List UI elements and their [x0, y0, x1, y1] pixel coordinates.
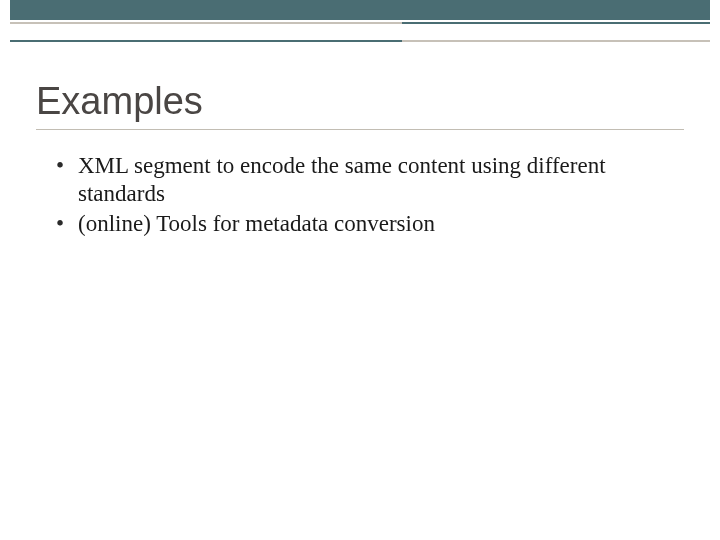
header-rule-upper [10, 22, 710, 28]
slide-body: XML segment to encode the same content u… [50, 152, 670, 238]
slide-title: Examples [36, 80, 720, 123]
header-rule-lower [10, 40, 710, 42]
slide: Examples XML segment to encode the same … [0, 0, 720, 540]
bullet-item: XML segment to encode the same content u… [50, 152, 670, 208]
title-underline [36, 129, 684, 130]
bullet-item: (online) Tools for metadata conversion [50, 210, 670, 238]
header-bar [10, 0, 710, 20]
